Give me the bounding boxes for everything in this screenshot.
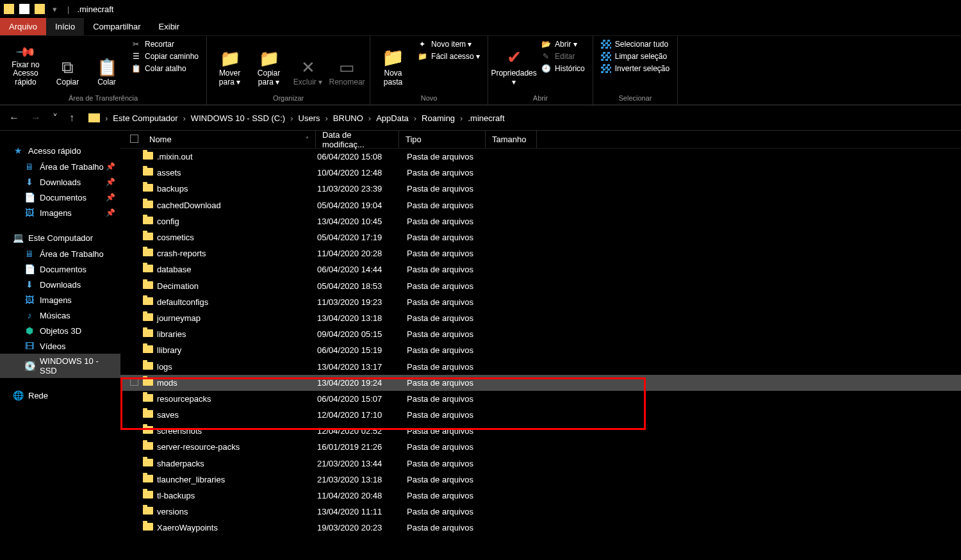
sidebar-item-videos[interactable]: 🎞Vídeos	[0, 338, 120, 354]
paste-shortcut-button[interactable]: 📋Colar atalho	[128, 63, 201, 74]
file-row[interactable]: crash-reports11/04/2020 20:28Pasta de ar…	[120, 245, 961, 261]
column-date[interactable]: Data de modificaç...	[316, 131, 399, 148]
breadcrumb-item[interactable]: Este Computador	[110, 112, 180, 124]
breadcrumb-item[interactable]: AppData	[374, 112, 411, 124]
move-to-button[interactable]: 📁 Mover para ▾	[212, 38, 247, 87]
history-button[interactable]: 🕘Histórico	[538, 63, 587, 74]
file-row[interactable]: resourcepacks06/04/2020 15:07Pasta de ar…	[120, 391, 961, 407]
qat-dropdown-icon[interactable]: ▾	[53, 4, 57, 14]
sidebar-item-downloads[interactable]: ⬇Downloads	[0, 277, 120, 292]
sidebar-item-downloads[interactable]: ⬇Downloads📌	[0, 174, 120, 190]
file-row[interactable]: logs13/04/2020 13:17Pasta de arquivos	[120, 358, 961, 374]
select-none-button[interactable]: Limpar seleção	[598, 51, 672, 62]
file-row[interactable]: screenshots12/04/2020 02:52Pasta de arqu…	[120, 423, 961, 439]
sidebar-item-documents[interactable]: 📄Documentos📌	[0, 190, 120, 205]
file-row[interactable]: cosmetics05/04/2020 17:19Pasta de arquiv…	[120, 229, 961, 245]
sidebar-this-pc[interactable]: 💻 Este Computador	[0, 229, 120, 246]
file-row[interactable]: assets10/04/2020 12:48Pasta de arquivos	[120, 165, 961, 181]
chevron-right-icon[interactable]: ›	[368, 113, 371, 123]
chevron-right-icon[interactable]: ›	[325, 113, 328, 123]
back-button[interactable]: ←	[6, 111, 22, 125]
breadcrumb-item[interactable]: WINDOWS 10 - SSD (C:)	[188, 112, 288, 124]
invert-selection-button[interactable]: Inverter seleção	[598, 63, 672, 74]
edit-button[interactable]: ✎Editar	[538, 51, 587, 62]
copy-path-button[interactable]: ☰Copiar caminho	[128, 51, 201, 62]
document-icon: 📄	[24, 264, 35, 274]
file-row[interactable]: llibrary06/04/2020 15:19Pasta de arquivo…	[120, 342, 961, 358]
file-row[interactable]: .mixin.out06/04/2020 15:08Pasta de arqui…	[120, 149, 961, 165]
file-row[interactable]: cachedDownload05/04/2020 19:04Pasta de a…	[120, 197, 961, 213]
cut-button[interactable]: ✂Recortar	[128, 38, 201, 50]
file-type: Pasta de arquivos	[407, 345, 497, 355]
sidebar-item-pictures[interactable]: 🖼Imagens	[0, 292, 120, 308]
chevron-right-icon[interactable]: ›	[290, 113, 293, 123]
properties-button[interactable]: ✔ Propriedades▾	[493, 38, 534, 87]
file-row[interactable]: mods13/04/2020 19:24Pasta de arquivos	[120, 375, 961, 391]
recent-locations-button[interactable]: ˅	[50, 111, 60, 126]
breadcrumb[interactable]: › Este Computador › WINDOWS 10 - SSD (C:…	[83, 110, 955, 127]
folder-icon	[143, 459, 157, 468]
easy-access-button[interactable]: 📁Fácil acesso ▾	[415, 51, 482, 62]
file-row[interactable]: tl-backups11/04/2020 20:48Pasta de arqui…	[120, 488, 961, 504]
file-row[interactable]: saves12/04/2020 17:10Pasta de arquivos	[120, 407, 961, 423]
sidebar-item-desktop[interactable]: 🖥Área de Trabalho📌	[0, 159, 120, 174]
file-name: saves	[157, 410, 317, 420]
file-row[interactable]: config13/04/2020 10:45Pasta de arquivos	[120, 213, 961, 229]
file-name: assets	[157, 168, 317, 177]
ribbon-tabs: Arquivo Início Compartilhar Exibir	[0, 18, 961, 36]
column-type[interactable]: Tipo	[399, 131, 486, 148]
breadcrumb-item[interactable]: .minecraft	[465, 112, 507, 124]
label: Área de Trabalho	[40, 162, 104, 172]
file-row[interactable]: journeymap13/04/2020 13:18Pasta de arqui…	[120, 310, 961, 326]
chevron-right-icon[interactable]: ›	[414, 113, 416, 123]
tab-file[interactable]: Arquivo	[0, 18, 46, 35]
new-folder-button[interactable]: 📁 Nova pasta	[375, 38, 411, 87]
sidebar-item-desktop[interactable]: 🖥Área de Trabalho	[0, 246, 120, 261]
copy-button[interactable]: ⧉ Copiar	[50, 38, 85, 87]
paste-button[interactable]: 📋 Colar	[89, 38, 124, 87]
file-row[interactable]: libraries09/04/2020 05:15Pasta de arquiv…	[120, 326, 961, 342]
breadcrumb-item[interactable]: BRUNO	[331, 112, 366, 124]
select-all-checkbox[interactable]	[130, 135, 143, 145]
folder-icon	[143, 426, 157, 436]
sidebar-item-documents[interactable]: 📄Documentos	[0, 261, 120, 277]
file-row[interactable]: defaultconfigs11/03/2020 19:23Pasta de a…	[120, 294, 961, 310]
sidebar-network[interactable]: 🌐 Rede	[0, 387, 120, 404]
label: Downloads	[40, 280, 81, 290]
new-item-button[interactable]: ✦Novo item ▾	[415, 38, 482, 50]
chevron-right-icon[interactable]: ›	[183, 113, 186, 123]
breadcrumb-item[interactable]: Users	[296, 112, 323, 124]
sidebar-item-music[interactable]: ♪Músicas	[0, 308, 120, 323]
file-row[interactable]: Decimation05/04/2020 18:53Pasta de arqui…	[120, 278, 961, 294]
pin-to-quick-access-button[interactable]: 📌 Fixar no Acesso rápido	[5, 38, 46, 87]
file-row[interactable]: database06/04/2020 14:44Pasta de arquivo…	[120, 261, 961, 277]
column-size[interactable]: Tamanho	[486, 131, 537, 148]
column-name[interactable]: Nome˄	[143, 131, 316, 148]
rename-button[interactable]: ▭ Renomear	[329, 38, 365, 87]
file-row[interactable]: XaeroWaypoints19/03/2020 20:23Pasta de a…	[120, 520, 961, 536]
up-button[interactable]: ↑	[67, 111, 77, 125]
sidebar-item-3d-objects[interactable]: ⬢Objetos 3D	[0, 323, 120, 338]
sidebar-item-pictures[interactable]: 🖼Imagens📌	[0, 205, 120, 220]
folder-icon	[143, 345, 157, 355]
file-row[interactable]: versions13/04/2020 11:11Pasta de arquivo…	[120, 504, 961, 520]
sidebar-quick-access[interactable]: ★ Acesso rápido	[0, 142, 120, 159]
forward-button[interactable]: →	[28, 111, 44, 125]
tab-home[interactable]: Início	[46, 18, 84, 35]
select-all-button[interactable]: Selecionar tudo	[598, 38, 672, 50]
open-button[interactable]: 📂Abrir ▾	[538, 38, 587, 50]
chevron-right-icon[interactable]: ›	[460, 113, 463, 123]
file-row[interactable]: backups11/03/2020 23:39Pasta de arquivos	[120, 181, 961, 197]
copy-to-button[interactable]: 📁 Copiar para ▾	[251, 38, 286, 87]
file-row[interactable]: server-resource-packs16/01/2019 21:26Pas…	[120, 439, 961, 455]
breadcrumb-item[interactable]: Roaming	[419, 112, 457, 124]
delete-button[interactable]: ✕ Excluir ▾	[290, 38, 325, 87]
tab-view[interactable]: Exibir	[150, 18, 189, 35]
chevron-right-icon[interactable]: ›	[105, 113, 108, 123]
file-row[interactable]: shaderpacks21/03/2020 13:44Pasta de arqu…	[120, 456, 961, 472]
file-row[interactable]: tlauncher_libraries21/03/2020 13:18Pasta…	[120, 472, 961, 488]
label: Fixar no Acesso rápido	[5, 61, 46, 87]
sidebar-item-drive-c[interactable]: 💽WINDOWS 10 - SSD	[0, 354, 120, 378]
tab-share[interactable]: Compartilhar	[84, 18, 149, 35]
row-checkbox[interactable]	[130, 377, 143, 388]
